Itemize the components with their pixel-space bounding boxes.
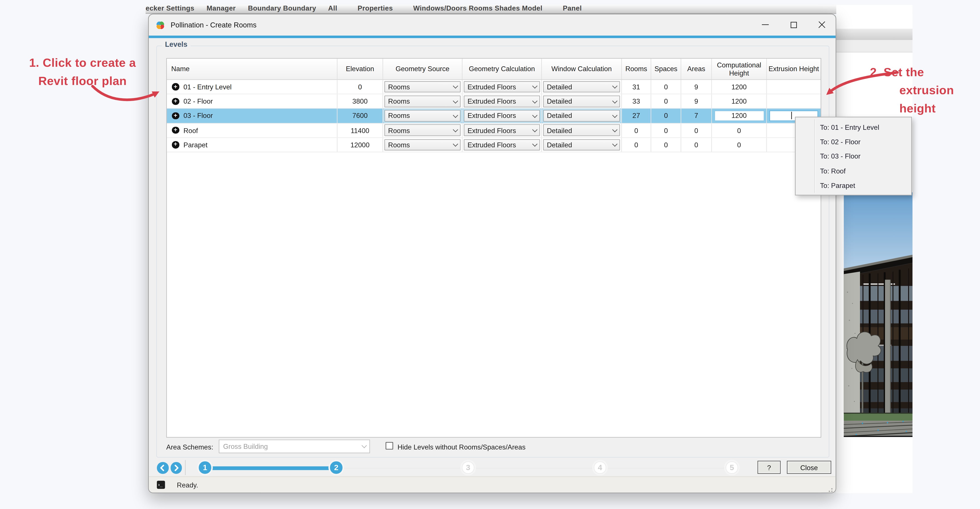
window-calculation-select[interactable]: Detailed	[543, 95, 620, 107]
geometry-calculation-select[interactable]: Extruded Floors	[464, 95, 540, 107]
menu-item[interactable]: To: Roof	[795, 163, 911, 178]
menu-item[interactable]: To: Parapet	[795, 178, 911, 193]
close-dialog-button[interactable]: Close	[787, 461, 831, 474]
geometry-calculation-select[interactable]: Extruded Floors	[464, 139, 540, 151]
extrusion-height-input[interactable]	[769, 81, 818, 92]
header-cell[interactable]: Computational Height	[712, 59, 767, 79]
annotation-note-1: 1. Click to create aRevit floor plan	[15, 54, 150, 90]
chevron-down-icon	[453, 98, 457, 103]
header-cell[interactable]: Window Calculation	[542, 59, 622, 79]
dialog-titlebar[interactable]: Pollination - Create Rooms	[149, 14, 836, 36]
add-floor-plan-button[interactable]	[172, 141, 179, 148]
geometry-calculation-select[interactable]: Extruded Floors	[464, 110, 540, 122]
extrusion-height-input[interactable]	[769, 96, 818, 106]
wizard-step[interactable]: 3	[462, 461, 474, 473]
area-schemes-select[interactable]: Gross Building	[219, 439, 370, 454]
options-bar	[836, 40, 913, 52]
level-name: Parapet	[183, 141, 207, 148]
table-row[interactable]: 03 - Floor 7600 Rooms Extruded Floors De…	[167, 109, 821, 124]
header-cell[interactable]: Geometry Source	[383, 59, 463, 79]
step-connector	[471, 467, 597, 469]
areas-count: 9	[681, 94, 712, 108]
toolbar-clipped-text: ecker Settings Manager Boundary Boundary…	[146, 5, 582, 12]
geometry-calculation-select[interactable]: Extruded Floors	[464, 125, 540, 136]
header-cell[interactable]: Elevation	[337, 59, 383, 79]
window-calculation-select[interactable]: Detailed	[543, 110, 620, 122]
geometry-source-select[interactable]: Rooms	[385, 95, 461, 107]
add-floor-plan-button[interactable]	[172, 127, 179, 134]
maximize-button[interactable]	[779, 14, 807, 35]
geometry-source-select[interactable]: Rooms	[385, 81, 461, 93]
add-floor-plan-button[interactable]	[172, 112, 179, 119]
chevron-down-icon	[612, 127, 617, 132]
wizard-step[interactable]: 4	[594, 461, 606, 473]
resize-grip[interactable]	[831, 488, 832, 490]
computational-height-input[interactable]: 1200	[725, 81, 753, 92]
table-rows: 01 - Entry Level 0 Rooms Extruded Floors…	[167, 80, 821, 152]
step-connector	[339, 467, 465, 469]
annotation-note-2: 2. Set theextrusionheight	[870, 63, 970, 117]
window-calculation-select[interactable]: Detailed	[543, 139, 620, 151]
chevron-down-icon	[453, 84, 457, 88]
area-schemes-label: Area Schemes:	[166, 443, 213, 451]
window-calculation-select[interactable]: Detailed	[543, 125, 620, 136]
table-row[interactable]: Roof 11400 Rooms Extruded Floors Detaile…	[167, 124, 821, 138]
extrusion-context-menu: To: 01 - Entry LevelTo: 02 - FloorTo: 03…	[795, 117, 912, 195]
pollination-dialog: Pollination - Create Rooms Levels NameEl…	[148, 14, 836, 493]
computational-height-input[interactable]: 0	[725, 125, 753, 135]
rooms-count: 0	[622, 138, 651, 152]
status-text: Ready.	[177, 481, 198, 489]
chevron-down-icon	[532, 84, 537, 88]
chevron-down-icon	[612, 98, 617, 103]
nav-separator	[185, 460, 186, 475]
elevation-value: 12000	[337, 138, 383, 152]
areas-count: 0	[681, 124, 712, 137]
areas-count: 0	[681, 138, 712, 152]
step-connector	[208, 466, 333, 470]
spaces-count: 0	[651, 109, 681, 123]
close-button[interactable]	[807, 14, 835, 35]
header-cell[interactable]: Extrusion Height	[767, 59, 821, 79]
chevron-down-icon	[532, 113, 537, 117]
geometry-source-select[interactable]: Rooms	[385, 139, 461, 151]
chevron-down-icon	[453, 141, 457, 146]
rooms-count: 27	[622, 109, 651, 123]
header-cell[interactable]: Rooms	[622, 59, 651, 79]
wizard-step[interactable]: 1	[199, 461, 211, 473]
hide-levels-checkbox[interactable]	[386, 442, 393, 449]
add-floor-plan-button[interactable]	[172, 98, 179, 105]
wizard-step[interactable]: 5	[726, 461, 738, 473]
chevron-down-icon	[361, 443, 366, 448]
computational-height-input[interactable]: 1200	[714, 111, 764, 121]
header-cell[interactable]: Spaces	[651, 59, 681, 79]
header-cell[interactable]: Areas	[681, 59, 712, 79]
wizard-back-button[interactable]	[157, 462, 169, 474]
menu-item[interactable]: To: 03 - Floor	[795, 149, 911, 164]
table-row[interactable]: Parapet 12000 Rooms Extruded Floors Deta…	[167, 138, 821, 152]
chevron-down-icon	[612, 113, 617, 117]
rooms-count: 31	[622, 80, 651, 94]
minimize-button[interactable]	[751, 14, 779, 35]
chevron-down-icon	[532, 141, 537, 146]
menu-item[interactable]: To: 01 - Entry Level	[795, 120, 911, 135]
geometry-calculation-select[interactable]: Extruded Floors	[464, 81, 540, 93]
help-button[interactable]: ?	[757, 461, 781, 474]
geometry-source-select[interactable]: Rooms	[385, 125, 461, 136]
pollination-logo-icon	[155, 20, 165, 30]
chevron-right-icon	[173, 465, 179, 471]
level-name: 03 - Floor	[183, 112, 213, 119]
computational-height-input[interactable]: 0	[725, 140, 753, 150]
table-row[interactable]: 01 - Entry Level 0 Rooms Extruded Floors…	[167, 80, 821, 94]
window-calculation-select[interactable]: Detailed	[543, 81, 620, 93]
add-floor-plan-button[interactable]	[172, 83, 179, 90]
header-cell[interactable]: Geometry Calculation	[463, 59, 542, 79]
table-row[interactable]: 02 - Floor 3800 Rooms Extruded Floors De…	[167, 94, 821, 109]
wizard-forward-button[interactable]	[170, 462, 182, 474]
geometry-source-select[interactable]: Rooms	[385, 110, 461, 122]
spaces-count: 0	[651, 138, 681, 152]
header-cell[interactable]: Name	[167, 59, 337, 79]
revit-3d-view	[844, 192, 913, 437]
menu-item[interactable]: To: 02 - Floor	[795, 135, 911, 149]
computational-height-input[interactable]: 1200	[725, 96, 753, 106]
wizard-step[interactable]: 2	[330, 461, 342, 473]
